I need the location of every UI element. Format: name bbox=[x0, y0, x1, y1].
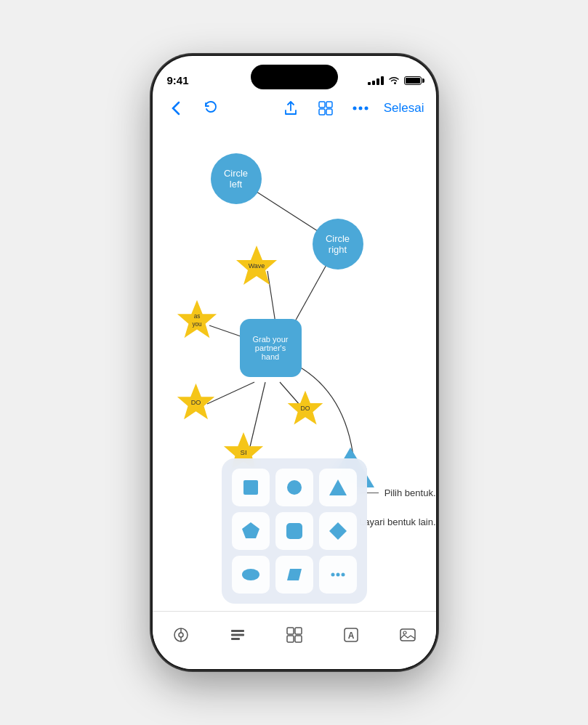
shape-rounded-square-button[interactable] bbox=[275, 512, 313, 550]
share-button[interactable] bbox=[279, 97, 302, 120]
svg-point-39 bbox=[179, 633, 183, 637]
shape-oval-button[interactable] bbox=[232, 556, 270, 594]
shape-picker bbox=[222, 458, 367, 604]
svg-text:you: you bbox=[192, 321, 202, 328]
nav-bar: Selesai bbox=[153, 92, 436, 124]
svg-point-4 bbox=[353, 107, 356, 110]
svg-rect-0 bbox=[319, 102, 325, 108]
toolbar-text-button[interactable]: A bbox=[335, 619, 367, 651]
signal-icon bbox=[368, 76, 384, 85]
annotation-select-text: Pilih bentuk. bbox=[384, 487, 436, 498]
circle-right-node[interactable]: Circle right bbox=[313, 219, 363, 270]
shape-diamond-button[interactable] bbox=[319, 512, 357, 550]
toolbar-images-button[interactable] bbox=[392, 619, 424, 651]
svg-rect-2 bbox=[319, 109, 325, 115]
phone-frame: 9:41 bbox=[153, 56, 436, 669]
done-button[interactable]: Selesai bbox=[384, 101, 424, 116]
svg-point-37 bbox=[341, 573, 345, 577]
undo-button[interactable] bbox=[199, 97, 222, 120]
asyou-node[interactable]: as you bbox=[176, 299, 218, 341]
wave-node[interactable]: Wave bbox=[235, 244, 278, 288]
do1-node[interactable]: DO bbox=[176, 382, 216, 422]
grab-label: Grab yourpartner'shand bbox=[253, 335, 289, 361]
toolbar-annotate-button[interactable] bbox=[165, 619, 197, 651]
canvas-area: Circle left Circle right Wave as you Gra… bbox=[153, 124, 436, 611]
svg-rect-3 bbox=[326, 109, 332, 115]
svg-rect-48 bbox=[295, 636, 302, 642]
more-button[interactable] bbox=[349, 97, 372, 120]
svg-point-36 bbox=[336, 573, 339, 577]
circle-left-label: Circle left bbox=[224, 168, 248, 190]
svg-text:DO: DO bbox=[300, 405, 310, 412]
do2-node[interactable]: DO bbox=[286, 389, 324, 427]
grab-node[interactable]: Grab yourpartner'shand bbox=[240, 319, 302, 377]
battery-icon bbox=[404, 76, 422, 85]
shape-parallelogram-button[interactable] bbox=[275, 556, 313, 594]
toolbar-shapes-button[interactable] bbox=[278, 619, 310, 651]
shape-circle-button[interactable] bbox=[275, 469, 313, 506]
svg-rect-47 bbox=[287, 636, 294, 642]
bottom-toolbar: A bbox=[153, 611, 436, 669]
svg-marker-29 bbox=[329, 479, 347, 495]
svg-text:Wave: Wave bbox=[248, 262, 265, 270]
shape-more-button[interactable] bbox=[319, 556, 357, 594]
svg-rect-51 bbox=[400, 629, 415, 641]
svg-point-33 bbox=[242, 569, 259, 580]
svg-rect-43 bbox=[231, 634, 244, 636]
svg-point-35 bbox=[331, 573, 334, 577]
toolbar-text-list-button[interactable] bbox=[222, 619, 254, 651]
annotation-explore-text: Layari bentuk lain. bbox=[359, 517, 436, 527]
svg-point-5 bbox=[358, 107, 362, 110]
status-time: 9:41 bbox=[167, 74, 189, 86]
svg-rect-42 bbox=[231, 630, 244, 632]
dynamic-island bbox=[251, 65, 338, 89]
svg-point-28 bbox=[287, 480, 302, 495]
svg-text:DO: DO bbox=[190, 399, 201, 406]
status-icons bbox=[368, 75, 422, 86]
shape-square-button[interactable] bbox=[232, 469, 270, 506]
svg-rect-46 bbox=[295, 628, 302, 634]
circle-left-node[interactable]: Circle left bbox=[211, 153, 262, 204]
circle-right-label: Circle right bbox=[326, 233, 350, 255]
grid-button[interactable] bbox=[314, 97, 337, 120]
svg-rect-45 bbox=[287, 628, 294, 634]
wifi-icon bbox=[388, 75, 400, 86]
svg-rect-27 bbox=[243, 480, 258, 495]
svg-marker-30 bbox=[242, 522, 259, 538]
svg-text:A: A bbox=[347, 631, 354, 641]
svg-text:as: as bbox=[193, 313, 200, 320]
svg-marker-32 bbox=[329, 522, 347, 540]
back-button[interactable] bbox=[164, 97, 188, 120]
shape-pentagon-button[interactable] bbox=[232, 512, 270, 550]
svg-rect-1 bbox=[326, 102, 332, 108]
svg-rect-31 bbox=[286, 523, 302, 539]
shape-triangle-button[interactable] bbox=[319, 469, 357, 506]
svg-text:SI: SI bbox=[240, 448, 246, 456]
svg-point-52 bbox=[403, 631, 406, 634]
svg-rect-44 bbox=[231, 638, 240, 640]
svg-point-6 bbox=[364, 107, 368, 110]
svg-marker-34 bbox=[287, 569, 302, 580]
